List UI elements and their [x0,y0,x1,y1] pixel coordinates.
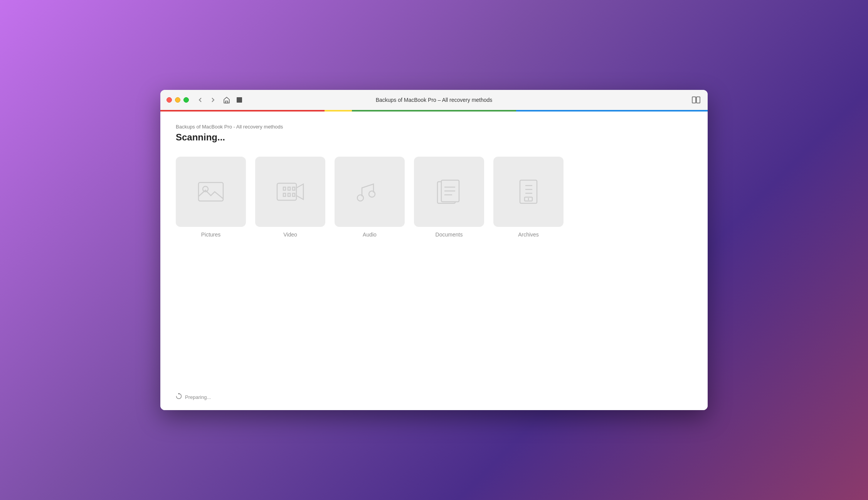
window-title: Backups of MacBook Pro – All recovery me… [376,97,493,103]
reader-button[interactable] [691,95,701,105]
category-pictures[interactable]: Pictures [176,157,246,238]
audio-icon [354,176,385,207]
svg-rect-9 [293,187,295,190]
svg-rect-2 [692,97,696,103]
archives-icon [513,176,544,207]
pictures-label: Pictures [201,231,221,238]
svg-rect-10 [283,193,286,196]
category-documents[interactable]: Documents [414,157,484,238]
audio-tile [335,157,405,227]
svg-rect-4 [198,182,223,201]
svg-rect-12 [293,193,295,196]
svg-rect-0 [225,101,228,103]
minimize-button[interactable] [175,97,180,103]
categories-grid: Pictures Video [176,157,692,238]
svg-point-13 [357,195,363,201]
category-audio[interactable]: Audio [335,157,405,238]
page-title: Scanning... [176,132,692,143]
nav-buttons [195,95,218,105]
category-archives[interactable]: Archives [493,157,564,238]
title-bar: Backups of MacBook Pro – All recovery me… [160,90,708,110]
home-button[interactable] [221,95,232,105]
traffic-lights [167,97,189,103]
status-text: Preparing... [185,394,211,400]
svg-rect-11 [288,193,290,196]
loading-spinner-icon [176,393,182,401]
svg-rect-8 [288,187,290,190]
forward-button[interactable] [207,95,218,105]
documents-tile [414,157,484,227]
archives-tile [493,157,564,227]
content-area: Backups of MacBook Pro - All recovery me… [160,111,708,410]
pictures-icon [195,176,226,207]
svg-point-14 [369,191,375,197]
documents-icon [434,176,464,207]
svg-rect-6 [277,183,296,200]
audio-label: Audio [363,231,377,238]
back-button[interactable] [195,95,206,105]
pictures-tile [176,157,246,227]
documents-label: Documents [436,231,463,238]
maximize-button[interactable] [183,97,189,103]
video-tile [255,157,325,227]
video-label: Video [283,231,297,238]
main-window: Backups of MacBook Pro – All recovery me… [160,90,708,410]
svg-point-5 [203,186,208,192]
close-button[interactable] [167,97,172,103]
category-video[interactable]: Video [255,157,325,238]
svg-point-26 [178,394,179,394]
svg-rect-3 [696,97,700,103]
archives-label: Archives [518,231,539,238]
stop-button[interactable] [235,96,244,104]
breadcrumb: Backups of MacBook Pro - All recovery me… [176,124,692,130]
svg-rect-1 [237,97,242,103]
svg-rect-7 [283,187,286,190]
video-icon [275,176,306,207]
status-bar: Preparing... [176,393,211,401]
